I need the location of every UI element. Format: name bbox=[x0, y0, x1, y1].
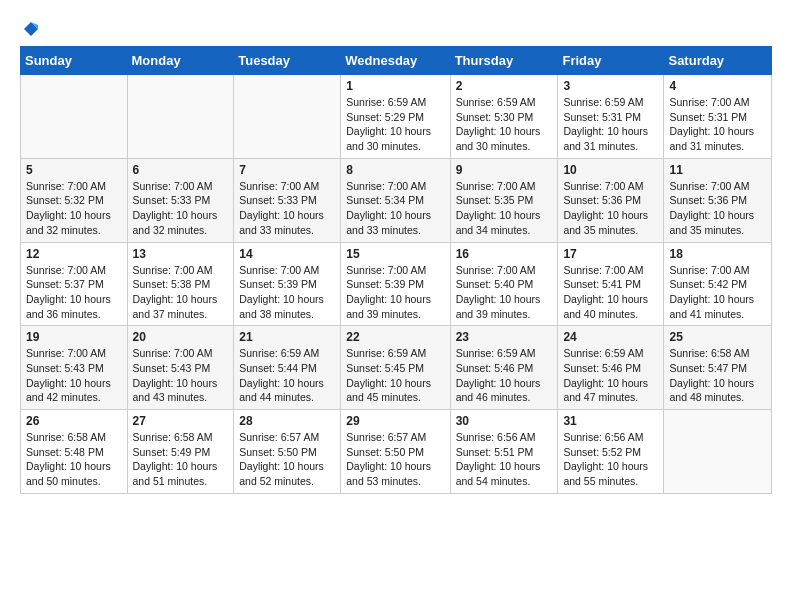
day-cell: 11Sunrise: 7:00 AM Sunset: 5:36 PM Dayli… bbox=[664, 158, 772, 242]
day-cell: 9Sunrise: 7:00 AM Sunset: 5:35 PM Daylig… bbox=[450, 158, 558, 242]
weekday-header-friday: Friday bbox=[558, 47, 664, 75]
day-number: 1 bbox=[346, 79, 444, 93]
day-cell: 13Sunrise: 7:00 AM Sunset: 5:38 PM Dayli… bbox=[127, 242, 234, 326]
weekday-header-monday: Monday bbox=[127, 47, 234, 75]
day-info: Sunrise: 7:00 AM Sunset: 5:43 PM Dayligh… bbox=[26, 346, 122, 405]
day-cell: 23Sunrise: 6:59 AM Sunset: 5:46 PM Dayli… bbox=[450, 326, 558, 410]
week-row-5: 26Sunrise: 6:58 AM Sunset: 5:48 PM Dayli… bbox=[21, 410, 772, 494]
logo-icon bbox=[22, 20, 40, 38]
day-cell bbox=[664, 410, 772, 494]
week-row-2: 5Sunrise: 7:00 AM Sunset: 5:32 PM Daylig… bbox=[21, 158, 772, 242]
day-number: 20 bbox=[133, 330, 229, 344]
weekday-header-thursday: Thursday bbox=[450, 47, 558, 75]
day-info: Sunrise: 7:00 AM Sunset: 5:39 PM Dayligh… bbox=[346, 263, 444, 322]
day-cell: 3Sunrise: 6:59 AM Sunset: 5:31 PM Daylig… bbox=[558, 75, 664, 159]
day-number: 30 bbox=[456, 414, 553, 428]
day-cell: 20Sunrise: 7:00 AM Sunset: 5:43 PM Dayli… bbox=[127, 326, 234, 410]
day-number: 19 bbox=[26, 330, 122, 344]
day-info: Sunrise: 7:00 AM Sunset: 5:37 PM Dayligh… bbox=[26, 263, 122, 322]
day-info: Sunrise: 6:56 AM Sunset: 5:51 PM Dayligh… bbox=[456, 430, 553, 489]
day-number: 11 bbox=[669, 163, 766, 177]
week-row-4: 19Sunrise: 7:00 AM Sunset: 5:43 PM Dayli… bbox=[21, 326, 772, 410]
day-cell: 24Sunrise: 6:59 AM Sunset: 5:46 PM Dayli… bbox=[558, 326, 664, 410]
day-number: 21 bbox=[239, 330, 335, 344]
day-number: 24 bbox=[563, 330, 658, 344]
day-info: Sunrise: 6:57 AM Sunset: 5:50 PM Dayligh… bbox=[346, 430, 444, 489]
day-info: Sunrise: 6:58 AM Sunset: 5:48 PM Dayligh… bbox=[26, 430, 122, 489]
day-info: Sunrise: 7:00 AM Sunset: 5:31 PM Dayligh… bbox=[669, 95, 766, 154]
day-number: 23 bbox=[456, 330, 553, 344]
header bbox=[20, 20, 772, 36]
day-info: Sunrise: 6:59 AM Sunset: 5:46 PM Dayligh… bbox=[563, 346, 658, 405]
day-info: Sunrise: 7:00 AM Sunset: 5:38 PM Dayligh… bbox=[133, 263, 229, 322]
day-cell: 25Sunrise: 6:58 AM Sunset: 5:47 PM Dayli… bbox=[664, 326, 772, 410]
day-cell: 6Sunrise: 7:00 AM Sunset: 5:33 PM Daylig… bbox=[127, 158, 234, 242]
weekday-header-tuesday: Tuesday bbox=[234, 47, 341, 75]
day-number: 7 bbox=[239, 163, 335, 177]
day-info: Sunrise: 6:59 AM Sunset: 5:29 PM Dayligh… bbox=[346, 95, 444, 154]
day-number: 31 bbox=[563, 414, 658, 428]
weekday-header-saturday: Saturday bbox=[664, 47, 772, 75]
weekday-header-row: SundayMondayTuesdayWednesdayThursdayFrid… bbox=[21, 47, 772, 75]
day-number: 5 bbox=[26, 163, 122, 177]
day-cell bbox=[21, 75, 128, 159]
calendar-table: SundayMondayTuesdayWednesdayThursdayFrid… bbox=[20, 46, 772, 494]
day-info: Sunrise: 6:59 AM Sunset: 5:46 PM Dayligh… bbox=[456, 346, 553, 405]
weekday-header-wednesday: Wednesday bbox=[341, 47, 450, 75]
weekday-header-sunday: Sunday bbox=[21, 47, 128, 75]
day-info: Sunrise: 7:00 AM Sunset: 5:36 PM Dayligh… bbox=[563, 179, 658, 238]
day-cell: 10Sunrise: 7:00 AM Sunset: 5:36 PM Dayli… bbox=[558, 158, 664, 242]
day-info: Sunrise: 7:00 AM Sunset: 5:40 PM Dayligh… bbox=[456, 263, 553, 322]
day-number: 27 bbox=[133, 414, 229, 428]
day-cell: 16Sunrise: 7:00 AM Sunset: 5:40 PM Dayli… bbox=[450, 242, 558, 326]
day-number: 26 bbox=[26, 414, 122, 428]
day-info: Sunrise: 7:00 AM Sunset: 5:36 PM Dayligh… bbox=[669, 179, 766, 238]
day-cell bbox=[234, 75, 341, 159]
day-cell: 22Sunrise: 6:59 AM Sunset: 5:45 PM Dayli… bbox=[341, 326, 450, 410]
day-cell: 14Sunrise: 7:00 AM Sunset: 5:39 PM Dayli… bbox=[234, 242, 341, 326]
day-cell: 18Sunrise: 7:00 AM Sunset: 5:42 PM Dayli… bbox=[664, 242, 772, 326]
day-number: 9 bbox=[456, 163, 553, 177]
day-number: 13 bbox=[133, 247, 229, 261]
day-cell: 1Sunrise: 6:59 AM Sunset: 5:29 PM Daylig… bbox=[341, 75, 450, 159]
day-number: 4 bbox=[669, 79, 766, 93]
day-info: Sunrise: 7:00 AM Sunset: 5:34 PM Dayligh… bbox=[346, 179, 444, 238]
day-info: Sunrise: 6:58 AM Sunset: 5:47 PM Dayligh… bbox=[669, 346, 766, 405]
day-info: Sunrise: 6:58 AM Sunset: 5:49 PM Dayligh… bbox=[133, 430, 229, 489]
day-info: Sunrise: 6:56 AM Sunset: 5:52 PM Dayligh… bbox=[563, 430, 658, 489]
day-cell: 31Sunrise: 6:56 AM Sunset: 5:52 PM Dayli… bbox=[558, 410, 664, 494]
day-number: 18 bbox=[669, 247, 766, 261]
day-number: 16 bbox=[456, 247, 553, 261]
day-info: Sunrise: 6:59 AM Sunset: 5:44 PM Dayligh… bbox=[239, 346, 335, 405]
week-row-1: 1Sunrise: 6:59 AM Sunset: 5:29 PM Daylig… bbox=[21, 75, 772, 159]
day-info: Sunrise: 7:00 AM Sunset: 5:32 PM Dayligh… bbox=[26, 179, 122, 238]
day-number: 15 bbox=[346, 247, 444, 261]
day-number: 14 bbox=[239, 247, 335, 261]
day-info: Sunrise: 7:00 AM Sunset: 5:33 PM Dayligh… bbox=[133, 179, 229, 238]
day-cell: 7Sunrise: 7:00 AM Sunset: 5:33 PM Daylig… bbox=[234, 158, 341, 242]
day-info: Sunrise: 7:00 AM Sunset: 5:35 PM Dayligh… bbox=[456, 179, 553, 238]
day-cell bbox=[127, 75, 234, 159]
day-cell: 19Sunrise: 7:00 AM Sunset: 5:43 PM Dayli… bbox=[21, 326, 128, 410]
day-info: Sunrise: 6:59 AM Sunset: 5:45 PM Dayligh… bbox=[346, 346, 444, 405]
svg-marker-0 bbox=[24, 22, 38, 36]
day-info: Sunrise: 7:00 AM Sunset: 5:33 PM Dayligh… bbox=[239, 179, 335, 238]
day-info: Sunrise: 7:00 AM Sunset: 5:43 PM Dayligh… bbox=[133, 346, 229, 405]
day-cell: 15Sunrise: 7:00 AM Sunset: 5:39 PM Dayli… bbox=[341, 242, 450, 326]
day-info: Sunrise: 6:59 AM Sunset: 5:30 PM Dayligh… bbox=[456, 95, 553, 154]
day-info: Sunrise: 7:00 AM Sunset: 5:39 PM Dayligh… bbox=[239, 263, 335, 322]
day-number: 6 bbox=[133, 163, 229, 177]
day-cell: 21Sunrise: 6:59 AM Sunset: 5:44 PM Dayli… bbox=[234, 326, 341, 410]
day-cell: 2Sunrise: 6:59 AM Sunset: 5:30 PM Daylig… bbox=[450, 75, 558, 159]
day-cell: 26Sunrise: 6:58 AM Sunset: 5:48 PM Dayli… bbox=[21, 410, 128, 494]
day-info: Sunrise: 7:00 AM Sunset: 5:41 PM Dayligh… bbox=[563, 263, 658, 322]
day-number: 8 bbox=[346, 163, 444, 177]
day-cell: 29Sunrise: 6:57 AM Sunset: 5:50 PM Dayli… bbox=[341, 410, 450, 494]
day-cell: 8Sunrise: 7:00 AM Sunset: 5:34 PM Daylig… bbox=[341, 158, 450, 242]
day-number: 25 bbox=[669, 330, 766, 344]
day-number: 28 bbox=[239, 414, 335, 428]
day-cell: 4Sunrise: 7:00 AM Sunset: 5:31 PM Daylig… bbox=[664, 75, 772, 159]
day-number: 2 bbox=[456, 79, 553, 93]
day-cell: 17Sunrise: 7:00 AM Sunset: 5:41 PM Dayli… bbox=[558, 242, 664, 326]
day-number: 22 bbox=[346, 330, 444, 344]
